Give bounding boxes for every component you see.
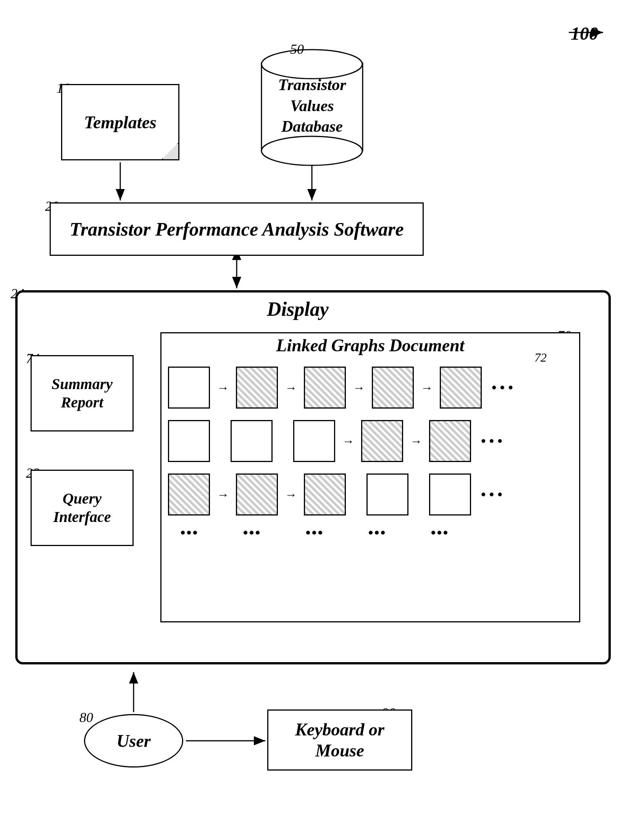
dot (312, 531, 316, 535)
grid-row-2: → → • • • (168, 420, 573, 462)
dot (318, 531, 322, 535)
arrow-r3-2: → (285, 488, 297, 502)
figure-number: 100 (571, 23, 598, 44)
dot (250, 531, 253, 535)
templates-label: Templates (84, 112, 157, 132)
grid-row-3: → → • • • (168, 473, 573, 515)
dot (306, 531, 310, 535)
cell-r2c4 (361, 420, 403, 462)
grid-row-1: → → → → • • • (168, 367, 573, 409)
dot-group-3 (293, 531, 335, 535)
arrow-r1-2: → (285, 381, 297, 395)
label-72: 72 (534, 351, 547, 365)
display-label: Display (0, 298, 596, 320)
dots-row (168, 527, 573, 535)
label-80: 80 (79, 709, 93, 726)
tpas-label: Transistor Performance Analysis Software (69, 218, 404, 240)
dots-r2: • • • (481, 433, 502, 449)
svg-rect-4 (261, 63, 363, 151)
dot (444, 531, 447, 535)
cell-r1c1 (168, 367, 210, 409)
arrow-r1-3: → (353, 381, 365, 395)
dot (381, 531, 385, 535)
cell-r3c2 (236, 473, 278, 515)
dot (437, 531, 441, 535)
templates-box: Templates (61, 84, 179, 160)
cell-r1c2 (236, 367, 278, 409)
cell-r1c3 (304, 367, 346, 409)
query-interface-box: Query Interface (31, 470, 134, 546)
arrow-r1-1: → (217, 381, 229, 395)
dot-group-2 (231, 531, 273, 535)
keyboard-box: Keyboard or Mouse (267, 709, 412, 771)
tpas-box: Transistor Performance Analysis Software (50, 202, 424, 256)
dot (369, 531, 373, 535)
cell-r2c1 (168, 420, 210, 462)
dot (244, 531, 247, 535)
arrow-r3-1: → (217, 488, 229, 502)
cell-r2c5 (429, 420, 471, 462)
cell-r3c4 (366, 473, 408, 515)
db-line1: Transistor (261, 74, 363, 95)
dots-r3: • • • (481, 486, 502, 503)
cell-r2c3 (293, 420, 335, 462)
grid-area: → → → → • • • → → • • • → (168, 367, 573, 588)
cell-r1c4 (372, 367, 414, 409)
arrow-r2-1: → (342, 434, 354, 448)
dot (375, 531, 379, 535)
query-interface-label: Query Interface (53, 490, 111, 526)
dot (187, 531, 191, 535)
label-50: 50 (290, 41, 304, 57)
svg-point-6 (261, 136, 362, 165)
dot (256, 531, 260, 535)
db-line2: Values (261, 95, 363, 116)
summary-report-box: Summary Report (31, 355, 134, 431)
dot (431, 531, 435, 535)
cell-r3c3 (304, 473, 346, 515)
diagram: 100 10 Templates 50 Transistor Values Da… (0, 0, 644, 816)
db-line3: Database (261, 116, 363, 137)
cell-r3c1 (168, 473, 210, 515)
arrow-r1-4: → (421, 381, 433, 395)
dot (181, 531, 185, 535)
cell-r2c2 (231, 420, 273, 462)
cell-r3c5 (429, 473, 471, 515)
dot-group-4 (356, 531, 398, 535)
arrow-r2-2: → (410, 434, 422, 448)
dot-group-1 (168, 531, 210, 535)
dot (193, 531, 197, 535)
user-label: User (116, 731, 150, 751)
svg-point-5 (261, 50, 362, 79)
dots-r1: • • • (492, 380, 513, 396)
keyboard-label: Keyboard or Mouse (295, 719, 384, 761)
dot-group-5 (418, 531, 460, 535)
summary-report-label: Summary Report (52, 375, 113, 412)
lgd-title: Linked Graphs Document (160, 335, 580, 355)
cell-r1c5 (440, 367, 482, 409)
user-oval: User (84, 714, 183, 768)
